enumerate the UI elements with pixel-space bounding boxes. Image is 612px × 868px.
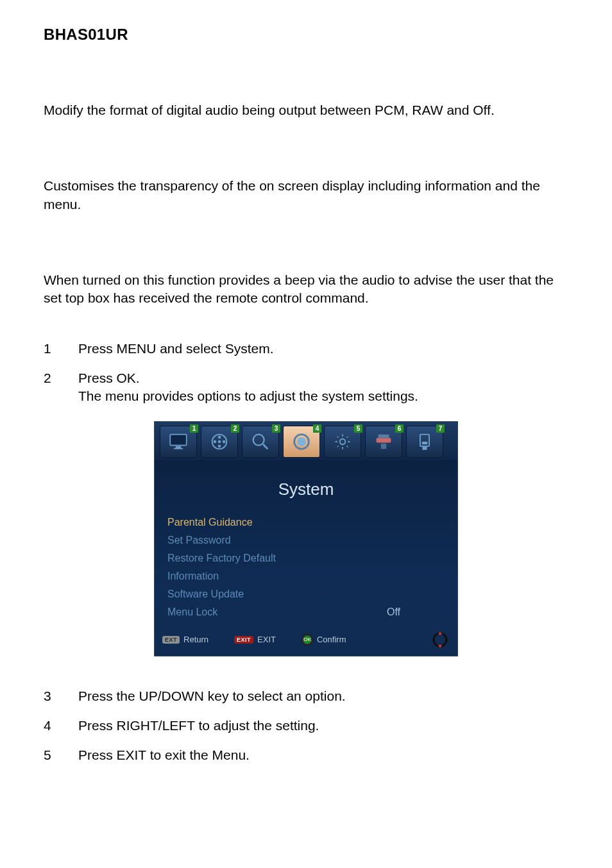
tab-7[interactable]: 7 [406,426,443,458]
menu-item-information[interactable]: Information [167,567,445,585]
svg-point-12 [297,437,306,446]
panel-title: System [155,480,457,499]
footer-exit[interactable]: EXIT EXIT [234,635,276,644]
svg-point-7 [223,440,226,443]
film-reel-icon [208,431,230,453]
menu-item-menu-lock[interactable]: Menu Lock Off [167,603,445,621]
step-text: Press the UP/DOWN key to select an optio… [78,687,568,705]
menu-item-restore-factory-default[interactable]: Restore Factory Default [167,549,445,567]
footer-confirm[interactable]: OK Confirm [302,634,346,646]
tab-badge: 3 [272,424,280,433]
tab-badge: 6 [395,424,404,433]
footer-bar: EXT Return EXIT EXIT OK Confirm [155,625,457,656]
svg-point-13 [340,439,346,445]
menu-item-parental-guidance[interactable]: Parental Guidance [167,513,445,531]
tab-badge: 5 [354,424,362,433]
tab-bar: 1 2 3 4 5 6 7 [155,422,457,460]
ok-button-icon: OK [302,634,313,646]
tab-2[interactable]: 2 [201,426,238,458]
step-number: 3 [44,687,78,705]
menu-lock-value: Off [368,606,445,618]
search-icon [250,431,271,453]
paragraph-digital-audio: Modify the format of digital audio being… [44,101,568,119]
tab-badge: 7 [436,424,445,433]
system-menu-list: Parental Guidance Set Password Restore F… [155,513,457,625]
page-header: BHAS01UR [44,26,568,44]
svg-point-5 [218,445,221,448]
step-text: Press MENU and select System. [78,340,568,358]
svg-point-19 [434,633,446,646]
svg-point-4 [218,435,221,438]
screenshot-container: 1 2 3 4 5 6 7 [44,421,568,656]
return-chip: EXT [162,636,180,644]
svg-rect-1 [176,446,182,448]
step-text: Press RIGHT/LEFT to adjust the setting. [78,717,568,735]
svg-rect-15 [381,444,387,449]
svg-rect-17 [422,442,428,444]
system-menu-screenshot: 1 2 3 4 5 6 7 [154,421,458,656]
step-number: 1 [44,340,78,358]
exit-label: EXIT [257,635,276,644]
step-number: 4 [44,717,78,735]
svg-rect-2 [174,448,183,449]
svg-point-6 [214,440,217,443]
confirm-label: Confirm [317,635,346,644]
svg-point-8 [218,440,221,443]
return-label: Return [183,635,208,644]
dpad-icon [430,630,450,649]
steps-list-bottom: 3 Press the UP/DOWN key to select an opt… [44,687,568,765]
menu-item-software-update[interactable]: Software Update [167,585,445,603]
menu-item-set-password[interactable]: Set Password [167,531,445,549]
svg-rect-0 [170,434,187,445]
gear-icon [332,431,353,453]
monitor-icon [167,431,189,453]
step-text: Press OK. The menu provides options to a… [78,369,568,406]
tab-4-active[interactable]: 4 [283,426,320,458]
tab-badge: 4 [313,424,321,433]
tab-3[interactable]: 3 [242,426,279,458]
tools-icon [373,431,395,453]
clock-circle-icon [291,431,312,453]
tab-badge: 2 [231,424,239,433]
step-number: 2 [44,369,78,406]
svg-rect-18 [422,446,427,450]
steps-list-top: 1 Press MENU and select System. 2 Press … [44,340,568,406]
tab-5[interactable]: 5 [324,426,361,458]
svg-line-10 [263,444,268,449]
paragraph-beep: When turned on this function provides a … [44,271,568,308]
tab-1[interactable]: 1 [160,426,197,458]
footer-return[interactable]: EXT Return [162,635,208,644]
step-text: Press EXIT to exit the Menu. [78,746,568,764]
usb-icon [414,431,436,453]
svg-point-9 [253,434,264,445]
paragraph-transparency: Customises the transparency of the on sc… [44,177,568,213]
tab-6[interactable]: 6 [365,426,402,458]
svg-rect-16 [420,434,429,446]
svg-rect-14 [377,438,391,442]
exit-chip: EXIT [234,636,253,644]
tab-badge: 1 [190,424,198,433]
step-number: 5 [44,746,78,764]
